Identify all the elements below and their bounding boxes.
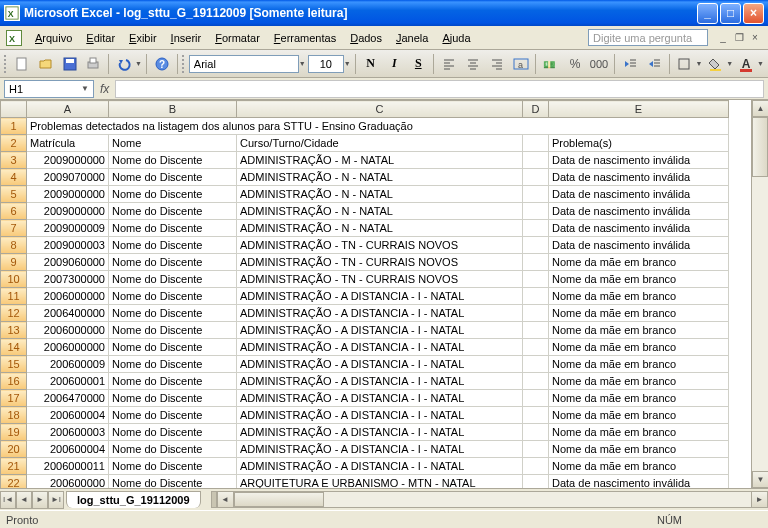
table-row[interactable]: 15200600009Nome do DiscenteADMINISTRAÇÃO… (1, 356, 729, 373)
table-row[interactable]: 20200600004Nome do DiscenteADMINISTRAÇÃO… (1, 441, 729, 458)
table-row[interactable]: 92009060000Nome do DiscenteADMINISTRAÇÃO… (1, 254, 729, 271)
vertical-scrollbar[interactable]: ▲ ▼ (751, 100, 768, 488)
cell[interactable]: Nome da mãe em branco (549, 356, 729, 373)
close-button[interactable]: × (743, 3, 764, 24)
menu-exibir[interactable]: Exibir (122, 29, 164, 47)
cell[interactable]: Data de nascimento inválida (549, 169, 729, 186)
table-row[interactable]: 18200600004Nome do DiscenteADMINISTRAÇÃO… (1, 407, 729, 424)
cell[interactable] (523, 220, 549, 237)
col-header-C[interactable]: C (237, 101, 523, 118)
row-header[interactable]: 11 (1, 288, 27, 305)
cell[interactable]: Data de nascimento inválida (549, 475, 729, 489)
cell[interactable]: Data de nascimento inválida (549, 220, 729, 237)
cell[interactable]: Nome da mãe em branco (549, 441, 729, 458)
row-header[interactable]: 7 (1, 220, 27, 237)
cell[interactable]: 2009000000 (27, 186, 109, 203)
spreadsheet-grid[interactable]: A B C D E 1Problemas detectados na lista… (0, 100, 729, 488)
cell[interactable]: ARQUITETURA E URBANISMO - MTN - NATAL (237, 475, 523, 489)
menu-ajuda[interactable]: Ajuda (435, 29, 477, 47)
row-header[interactable]: 13 (1, 322, 27, 339)
align-left-button[interactable] (438, 53, 460, 75)
scroll-thumb-vertical[interactable] (752, 117, 768, 177)
tab-nav-first[interactable]: I◄ (0, 491, 16, 509)
cell[interactable]: 200600003 (27, 424, 109, 441)
cell[interactable]: ADMINISTRAÇÃO - A DISTANCIA - I - NATAL (237, 390, 523, 407)
comma-button[interactable]: 000 (588, 53, 610, 75)
formula-bar[interactable] (115, 80, 764, 98)
row-header[interactable]: 17 (1, 390, 27, 407)
cell[interactable]: Nome da mãe em branco (549, 254, 729, 271)
scroll-down-button[interactable]: ▼ (752, 471, 768, 488)
cell[interactable]: ADMINISTRAÇÃO - A DISTANCIA - I - NATAL (237, 322, 523, 339)
cell[interactable]: 2009070000 (27, 169, 109, 186)
font-color-dropdown[interactable]: ▼ (757, 60, 764, 67)
cell[interactable]: ADMINISTRAÇÃO - N - NATAL (237, 203, 523, 220)
mdi-close-button[interactable]: × (748, 31, 762, 45)
menu-dados[interactable]: Dados (343, 29, 389, 47)
cell[interactable]: ADMINISTRAÇÃO - A DISTANCIA - I - NATAL (237, 441, 523, 458)
table-row[interactable]: 42009070000Nome do DiscenteADMINISTRAÇÃO… (1, 169, 729, 186)
cell[interactable] (523, 356, 549, 373)
cell[interactable]: ADMINISTRAÇÃO - A DISTANCIA - I - NATAL (237, 407, 523, 424)
cell[interactable]: Nome da mãe em branco (549, 322, 729, 339)
cell[interactable]: 200600001 (27, 373, 109, 390)
row-header[interactable]: 10 (1, 271, 27, 288)
currency-button[interactable]: 💵 (540, 53, 562, 75)
row-header[interactable]: 21 (1, 458, 27, 475)
row-header[interactable]: 8 (1, 237, 27, 254)
row-header[interactable]: 5 (1, 186, 27, 203)
borders-dropdown[interactable]: ▼ (695, 60, 702, 67)
row-header[interactable]: 3 (1, 152, 27, 169)
cell[interactable]: Data de nascimento inválida (549, 203, 729, 220)
table-row[interactable]: 212006000011Nome do DiscenteADMINISTRAÇÃ… (1, 458, 729, 475)
cell[interactable]: ADMINISTRAÇÃO - TN - CURRAIS NOVOS (237, 237, 523, 254)
cell[interactable]: ADMINISTRAÇÃO - A DISTANCIA - I - NATAL (237, 305, 523, 322)
cell[interactable]: ADMINISTRAÇÃO - A DISTANCIA - I - NATAL (237, 424, 523, 441)
row-header[interactable]: 2 (1, 135, 27, 152)
table-row[interactable]: 172006470000Nome do DiscenteADMINISTRAÇÃ… (1, 390, 729, 407)
col-header-E[interactable]: E (549, 101, 729, 118)
cell[interactable] (523, 288, 549, 305)
font-name-dropdown[interactable]: ▼ (299, 60, 306, 67)
cell[interactable]: Problema(s) (549, 135, 729, 152)
cell[interactable]: 2009000000 (27, 203, 109, 220)
ask-question-input[interactable]: Digite uma pergunta (588, 29, 708, 46)
row-header[interactable]: 6 (1, 203, 27, 220)
cell[interactable]: ADMINISTRAÇÃO - TN - CURRAIS NOVOS (237, 254, 523, 271)
cell[interactable] (523, 390, 549, 407)
cell[interactable] (523, 339, 549, 356)
cell[interactable] (523, 407, 549, 424)
scroll-thumb-horizontal[interactable] (234, 492, 324, 507)
cell[interactable]: 2009000003 (27, 237, 109, 254)
row-header[interactable]: 12 (1, 305, 27, 322)
cell[interactable]: ADMINISTRAÇÃO - N - NATAL (237, 220, 523, 237)
cell[interactable] (523, 424, 549, 441)
cell[interactable]: ADMINISTRAÇÃO - A DISTANCIA - I - NATAL (237, 458, 523, 475)
cell[interactable]: Nome (109, 135, 237, 152)
cell[interactable]: 200600000 (27, 475, 109, 489)
cell[interactable]: Nome da mãe em branco (549, 424, 729, 441)
cell[interactable]: Nome do Discente (109, 339, 237, 356)
cell[interactable]: Nome do Discente (109, 475, 237, 489)
cell[interactable]: 2006000000 (27, 288, 109, 305)
cell[interactable] (523, 458, 549, 475)
underline-button[interactable]: S (407, 53, 429, 75)
new-button[interactable] (11, 53, 33, 75)
cell[interactable]: ADMINISTRAÇÃO - M - NATAL (237, 152, 523, 169)
table-row[interactable]: 82009000003Nome do DiscenteADMINISTRAÇÃO… (1, 237, 729, 254)
cell[interactable] (523, 322, 549, 339)
table-row[interactable]: 132006000000Nome do DiscenteADMINISTRAÇÃ… (1, 322, 729, 339)
select-all-corner[interactable] (1, 101, 27, 118)
cell[interactable]: Nome do Discente (109, 407, 237, 424)
cell[interactable]: Nome do Discente (109, 390, 237, 407)
table-row[interactable]: 112006000000Nome do DiscenteADMINISTRAÇÃ… (1, 288, 729, 305)
toolbar-handle-2[interactable] (182, 55, 185, 73)
cell[interactable]: Nome da mãe em branco (549, 373, 729, 390)
cell[interactable]: Problemas detectados na listagem dos alu… (27, 118, 729, 135)
row-header[interactable]: 14 (1, 339, 27, 356)
cell[interactable]: Nome do Discente (109, 169, 237, 186)
cell[interactable]: 2006000000 (27, 322, 109, 339)
col-header-B[interactable]: B (109, 101, 237, 118)
scroll-left-button[interactable]: ◄ (217, 491, 234, 508)
bold-button[interactable]: N (360, 53, 382, 75)
